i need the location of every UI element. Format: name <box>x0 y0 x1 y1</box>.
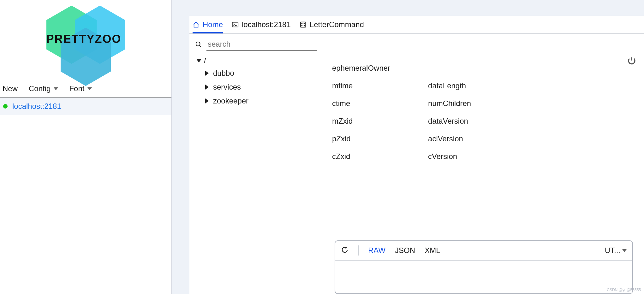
tree-node-services[interactable]: services <box>196 80 332 94</box>
divider <box>358 245 359 256</box>
format-raw[interactable]: RAW <box>368 246 385 255</box>
svg-point-4 <box>301 26 302 26</box>
server-item[interactable]: localhost:2181 <box>0 97 171 115</box>
tab-terminal[interactable]: localhost:2181 <box>232 20 291 33</box>
logo-area: PRETTYZOO <box>0 0 171 80</box>
data-panel-tabs: RAW JSON XML UT... <box>335 241 632 261</box>
tree-node-zookeeper[interactable]: zookeeper <box>196 94 332 108</box>
body-row: / dubbo services zookeeper <box>189 54 644 161</box>
config-dropdown[interactable]: Config <box>29 84 58 93</box>
expand-right-icon <box>205 71 209 76</box>
watermark: CSDN @yu@55555 <box>607 288 641 292</box>
stat-label: dataVersion <box>428 117 471 126</box>
config-label: Config <box>29 84 51 93</box>
tab-terminal-label: localhost:2181 <box>242 20 291 29</box>
chevron-down-icon <box>54 87 58 90</box>
data-panel: RAW JSON XML UT... <box>335 240 633 294</box>
expand-down-icon <box>196 59 201 62</box>
svg-point-3 <box>304 23 304 24</box>
encoding-dropdown[interactable]: UT... <box>605 246 627 255</box>
server-name: localhost:2181 <box>12 102 61 111</box>
tree-node-dubbo[interactable]: dubbo <box>196 66 332 80</box>
encoding-label: UT... <box>605 246 620 255</box>
stat-label: pZxid <box>332 134 390 143</box>
content-box: Home localhost:2181 LetterCommand <box>189 16 644 294</box>
tab-home[interactable]: Home <box>193 20 223 33</box>
tree-node-label: dubbo <box>213 69 234 78</box>
home-icon <box>193 21 200 28</box>
power-icon[interactable] <box>627 56 636 66</box>
svg-point-6 <box>196 42 200 46</box>
logo: PRETTYZOO <box>43 6 128 80</box>
svg-point-2 <box>301 23 302 24</box>
new-label: New <box>3 84 18 93</box>
stat-label: numChildren <box>428 99 471 108</box>
svg-point-5 <box>304 26 304 26</box>
tab-bar: Home localhost:2181 LetterCommand <box>189 16 644 34</box>
stat-label: mZxid <box>332 117 390 126</box>
node-tree: / dubbo services zookeeper <box>193 55 332 161</box>
font-dropdown[interactable]: Font <box>69 84 92 93</box>
command-icon <box>300 21 307 28</box>
stat-grid: ephemeralOwner mtime ctime mZxid pZxid c… <box>332 55 471 161</box>
chevron-down-icon <box>622 249 627 252</box>
tab-home-label: Home <box>203 20 223 29</box>
search-input[interactable] <box>206 39 317 51</box>
status-dot-icon <box>3 104 8 109</box>
stat-label: cZxid <box>332 152 390 161</box>
tree-node-label: zookeeper <box>213 97 248 105</box>
search-icon <box>195 41 202 50</box>
tree-node-label: services <box>213 83 241 91</box>
format-xml[interactable]: XML <box>425 246 440 255</box>
stat-col-1: ephemeralOwner mtime ctime mZxid pZxid c… <box>332 64 390 161</box>
expand-right-icon <box>205 85 209 90</box>
terminal-icon <box>232 21 239 28</box>
tab-letter[interactable]: LetterCommand <box>300 20 364 33</box>
refresh-button[interactable] <box>341 246 349 255</box>
search-row <box>189 34 644 54</box>
stat-label: mtime <box>332 81 390 90</box>
svg-line-7 <box>200 45 201 47</box>
stat-label: ephemeralOwner <box>332 64 390 73</box>
format-json[interactable]: JSON <box>395 246 415 255</box>
tree-root-label: / <box>204 56 206 65</box>
expand-right-icon <box>205 98 209 103</box>
stat-label: cVersion <box>428 152 471 161</box>
new-button[interactable]: New <box>3 84 18 93</box>
svg-rect-1 <box>301 22 306 27</box>
stat-label: ctime <box>332 99 390 108</box>
tree-root[interactable]: / <box>196 55 332 66</box>
stat-col-2: dataLength numChildren dataVersion aclVe… <box>428 64 471 161</box>
left-panel: PRETTYZOO New Config Font localhost:2181 <box>0 0 172 294</box>
font-label: Font <box>69 84 84 93</box>
right-panel: Home localhost:2181 LetterCommand <box>172 0 644 294</box>
stat-label: dataLength <box>428 81 471 90</box>
stat-label: aclVersion <box>428 134 471 143</box>
logo-text: PRETTYZOO <box>46 32 122 46</box>
chevron-down-icon <box>87 87 92 90</box>
tab-letter-label: LetterCommand <box>310 20 364 29</box>
svg-rect-0 <box>232 22 238 27</box>
